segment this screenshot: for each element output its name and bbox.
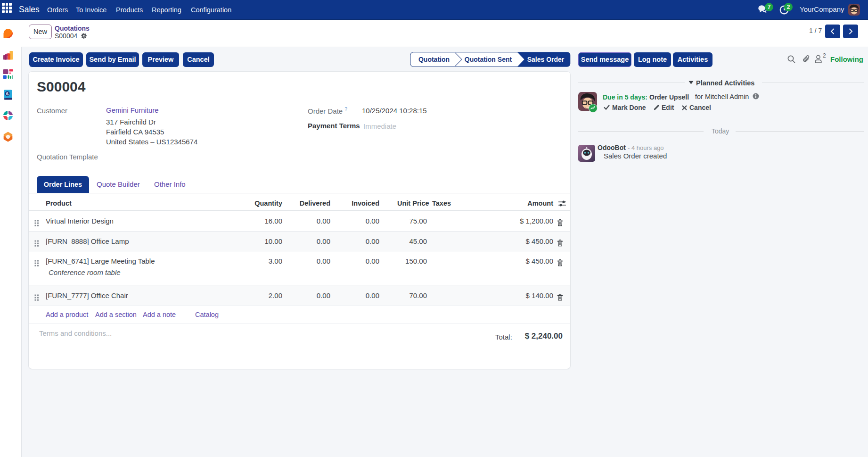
svg-text:$: $: [6, 91, 9, 96]
svg-text:Quotation: Quotation: [418, 56, 450, 63]
svg-text:Quotation Sent: Quotation Sent: [465, 56, 512, 63]
svg-text:Sales Order: Sales Order: [527, 56, 565, 63]
